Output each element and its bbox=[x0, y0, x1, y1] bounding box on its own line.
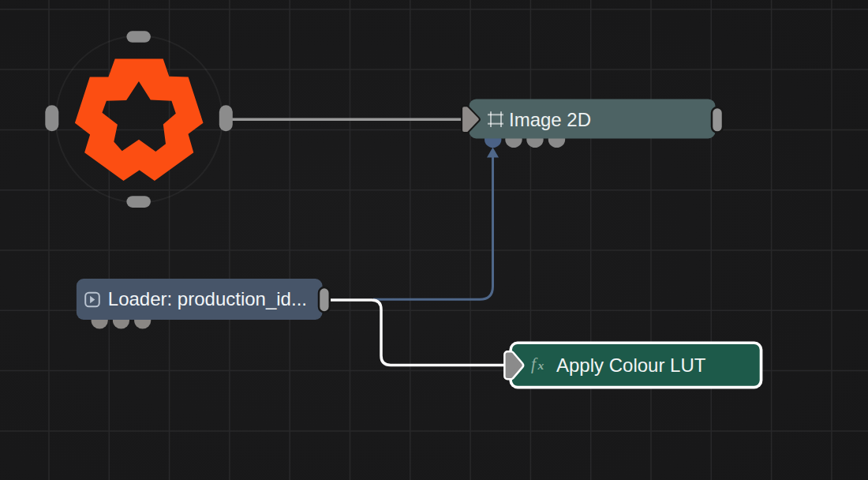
svg-text:Loader: production_id...: Loader: production_id... bbox=[108, 288, 307, 309]
svg-text:Image 2D: Image 2D bbox=[509, 109, 591, 130]
svg-text:Apply Colour LUT: Apply Colour LUT bbox=[556, 354, 706, 376]
svg-text:x: x bbox=[537, 358, 544, 372]
